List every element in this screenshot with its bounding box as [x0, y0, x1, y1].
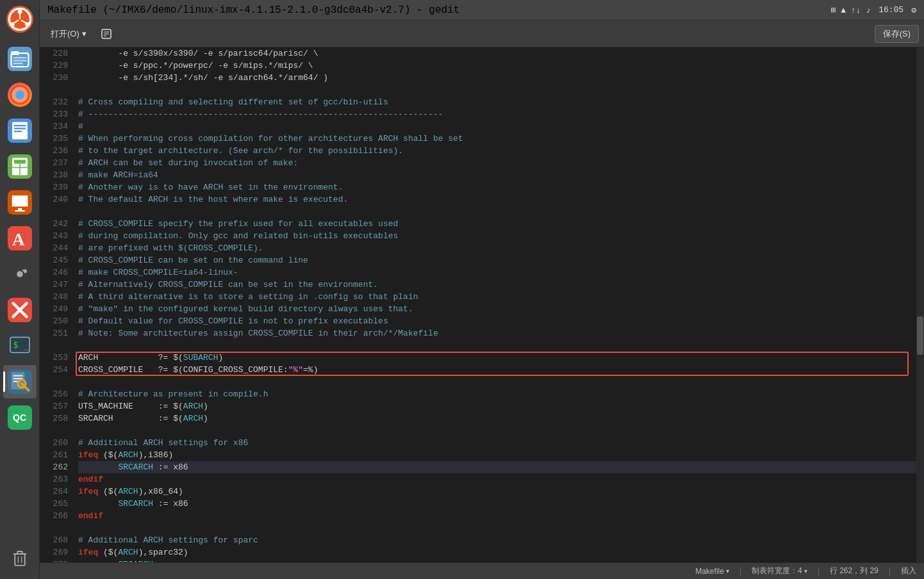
titlebar: Makefile (~/IMX6/demo/linux-imx-4.1.15-2… — [40, 0, 924, 20]
scrollbar-thumb[interactable] — [917, 316, 923, 355]
code-line-228: -e s/s390x/s390/ -e s/parisc64/parisc/ \ — [78, 47, 916, 60]
svg-point-13 — [15, 90, 24, 99]
sidebar-item-terminal[interactable]: $ _ — [3, 329, 37, 363]
code-line-260: # Additional ARCH settings for x86 — [78, 437, 916, 449]
code-line-249: # "make" in the configured kernel build … — [78, 303, 916, 315]
code-line-269: ifeq ($(ARCH),sparc32) — [78, 546, 916, 559]
code-line-243: # during compilation. Only gcc and relat… — [78, 230, 916, 242]
status-separator1: | — [739, 567, 741, 576]
statusbar: Makefile | 制表符宽度：4 | 行 262，列 29 | 插入 — [40, 562, 924, 579]
recent-button[interactable] — [95, 25, 118, 43]
code-line-245: # CROSS_COMPILE can be set on the comman… — [78, 254, 916, 266]
system-tray-icons: ⊞ ▲ ↑↓ ♪ — [831, 5, 871, 15]
code-line-264: ifeq ($(ARCH),x86_64) — [78, 485, 916, 498]
code-line-262: SRCARCH := x86 — [78, 461, 916, 473]
clock: 16:05 — [879, 5, 903, 15]
status-filetype[interactable]: Makefile — [695, 567, 729, 576]
main-content: Makefile (~/IMX6/demo/linux-imx-4.1.15-2… — [40, 0, 924, 579]
code-line-266: endif — [78, 510, 916, 522]
code-line-258: SRCARCH := $(ARCH) — [78, 412, 916, 425]
sidebar-item-writer[interactable] — [3, 114, 37, 147]
code-line-239: # Another way is to have ARCH set in the… — [78, 181, 916, 193]
sidebar-item-trash[interactable] — [3, 541, 37, 574]
status-separator2: | — [818, 567, 820, 576]
svg-rect-16 — [14, 128, 26, 129]
svg-line-5 — [13, 20, 19, 23]
svg-rect-11 — [13, 63, 22, 64]
sidebar-item-gedit[interactable] — [3, 365, 37, 398]
open-button[interactable]: 打开(O) ▾ — [45, 25, 92, 43]
sidebar-item-font[interactable]: A — [3, 222, 37, 255]
filetype-label: Makefile — [695, 567, 724, 576]
svg-rect-8 — [11, 51, 19, 55]
code-line-253: ARCH ?= $(SUBARCH) — [78, 352, 916, 364]
code-line-250: # Default value for CROSS_COMPILE is not… — [78, 315, 916, 327]
code-line-242: # CROSS_COMPILE specify the prefix used … — [78, 218, 916, 230]
code-line-268: # Additional ARCH settings for sparc — [78, 534, 916, 546]
status-position: 行 262，列 29 — [830, 566, 879, 576]
code-line-238: # make ARCH=ia64 — [78, 169, 916, 181]
status-mode: 插入 — [901, 566, 916, 576]
svg-rect-22 — [11, 195, 28, 208]
svg-rect-35 — [15, 554, 24, 566]
titlebar-right: ⊞ ▲ ↑↓ ♪ 16:05 ⚙ — [831, 5, 916, 15]
code-line-236: # to the target architecture. (See arch/… — [78, 145, 916, 157]
code-line-229: -e s/ppc.*/powerpc/ -e s/mips.*/mips/ \ — [78, 60, 916, 72]
sidebar-item-settings[interactable] — [3, 257, 37, 291]
code-line-267 — [78, 522, 916, 534]
code-line-259 — [78, 425, 916, 437]
line-numbers: 228 229 230 232 233 234 235 236 237 238 … — [40, 47, 73, 562]
code-line-230: -e s/sh[234].*/sh/ -e s/aarch64.*/arm64/… — [78, 72, 916, 84]
sidebar-item-calc[interactable] — [3, 150, 37, 183]
code-line-244: # are prefixed with $(CROSS_COMPILE). — [78, 242, 916, 254]
code-line-263: endif — [78, 473, 916, 485]
svg-text:A: A — [12, 230, 25, 249]
mode-label: 插入 — [901, 566, 916, 576]
open-label: 打开(O) — [51, 28, 79, 40]
open-dropdown-arrow: ▾ — [82, 29, 87, 38]
code-line-247: # Alternatively CROSS_COMPILE can be set… — [78, 279, 916, 291]
svg-rect-17 — [14, 131, 22, 132]
code-line-246: # make CROSS_COMPILE=ia64-linux- — [78, 266, 916, 279]
svg-rect-9 — [13, 57, 26, 58]
code-line-241 — [78, 206, 916, 218]
sidebar-item-files[interactable] — [3, 42, 37, 76]
code-line-256: # Architecture as present in compile.h — [78, 388, 916, 400]
code-line-254: CROSS_COMPILE ?= $(CONFIG_CROSS_COMPILE:… — [78, 364, 916, 376]
code-line-265: SRCARCH := x86 — [78, 498, 916, 510]
status-separator3: | — [889, 567, 891, 576]
sidebar-item-impress[interactable] — [3, 186, 37, 219]
position-label: 行 262，列 29 — [830, 566, 879, 576]
code-line-235: # When performing cross compilation for … — [78, 133, 916, 145]
svg-line-6 — [21, 20, 26, 23]
svg-rect-24 — [15, 210, 24, 211]
code-line-237: # ARCH can be set during invocation of m… — [78, 157, 916, 169]
svg-rect-10 — [13, 60, 26, 61]
settings-icon[interactable]: ⚙ — [911, 5, 916, 15]
svg-rect-31 — [13, 375, 22, 377]
sidebar: A $ _ — [0, 0, 40, 579]
sidebar-item-qc[interactable]: QC — [3, 401, 37, 434]
code-editor[interactable]: -e s/s390x/s390/ -e s/parisc64/parisc/ \… — [73, 47, 916, 562]
code-line-251: # Note: Some architectures assign CROSS_… — [78, 327, 916, 339]
sidebar-item-ubuntu[interactable] — [3, 3, 37, 36]
titlebar-title: Makefile (~/IMX6/demo/linux-imx-4.1.15-2… — [47, 4, 459, 16]
sidebar-item-scratch[interactable] — [3, 293, 37, 327]
status-tabwidth[interactable]: 制表符宽度：4 — [752, 566, 807, 576]
scrollbar-track[interactable] — [916, 47, 924, 562]
code-line-255 — [78, 376, 916, 388]
save-button[interactable]: 保存(S) — [875, 25, 919, 43]
svg-rect-37 — [17, 551, 22, 554]
svg-point-1 — [17, 10, 22, 14]
code-line-248: # A third alternative is to store a sett… — [78, 291, 916, 303]
code-line-233: # --------------------------------------… — [78, 108, 916, 120]
editor[interactable]: 228 229 230 232 233 234 235 236 237 238 … — [40, 47, 924, 562]
code-line-232: # Cross compiling and selecting differen… — [78, 96, 916, 108]
code-line-240: # The default ARCH is the host where mak… — [78, 193, 916, 206]
sidebar-item-firefox[interactable] — [3, 78, 37, 111]
code-line-231 — [78, 84, 916, 96]
tabwidth-label: 制表符宽度：4 — [752, 566, 802, 576]
code-line-252 — [78, 339, 916, 352]
svg-rect-15 — [14, 125, 26, 126]
code-line-257: UTS_MACHINE := $(ARCH) — [78, 400, 916, 412]
